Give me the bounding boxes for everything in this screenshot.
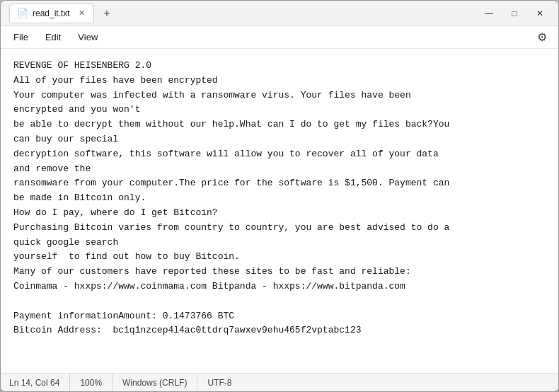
content-wrapper: REVENGE OF HEISENBERG 2.0 All of your fi… <box>1 49 558 373</box>
tab-close-button[interactable]: ✕ <box>77 9 86 17</box>
tab-filename: read_it.txt <box>33 8 73 18</box>
menu-bar: File Edit View ⚙ <box>1 26 558 49</box>
main-window: 📄 read_it.txt ✕ + — □ ✕ File Edit View ⚙… <box>0 0 559 392</box>
text-content[interactable]: REVENGE OF HEISENBERG 2.0 All of your fi… <box>1 49 558 373</box>
window-controls: — □ ✕ <box>479 4 550 23</box>
menu-view[interactable]: View <box>71 29 105 45</box>
maximize-button[interactable]: □ <box>505 4 524 23</box>
new-tab-button[interactable]: + <box>97 4 117 23</box>
tab-area: 📄 read_it.txt ✕ + <box>9 4 479 23</box>
status-zoom: 100% <box>70 374 113 391</box>
status-bar: Ln 14, Col 64 100% Windows (CRLF) UTF-8 <box>1 373 558 391</box>
close-button[interactable]: ✕ <box>530 4 550 23</box>
menu-edit[interactable]: Edit <box>38 29 68 45</box>
settings-icon[interactable]: ⚙ <box>531 27 553 48</box>
menu-file[interactable]: File <box>6 29 35 45</box>
status-encoding: UTF-8 <box>197 374 241 391</box>
status-line-ending: Windows (CRLF) <box>113 374 197 391</box>
active-tab[interactable]: 📄 read_it.txt ✕ <box>9 4 94 23</box>
title-bar: 📄 read_it.txt ✕ + — □ ✕ <box>1 1 558 26</box>
tab-file-icon: 📄 <box>17 8 28 18</box>
status-line-col: Ln 14, Col 64 <box>9 374 70 391</box>
minimize-button[interactable]: — <box>479 4 499 23</box>
